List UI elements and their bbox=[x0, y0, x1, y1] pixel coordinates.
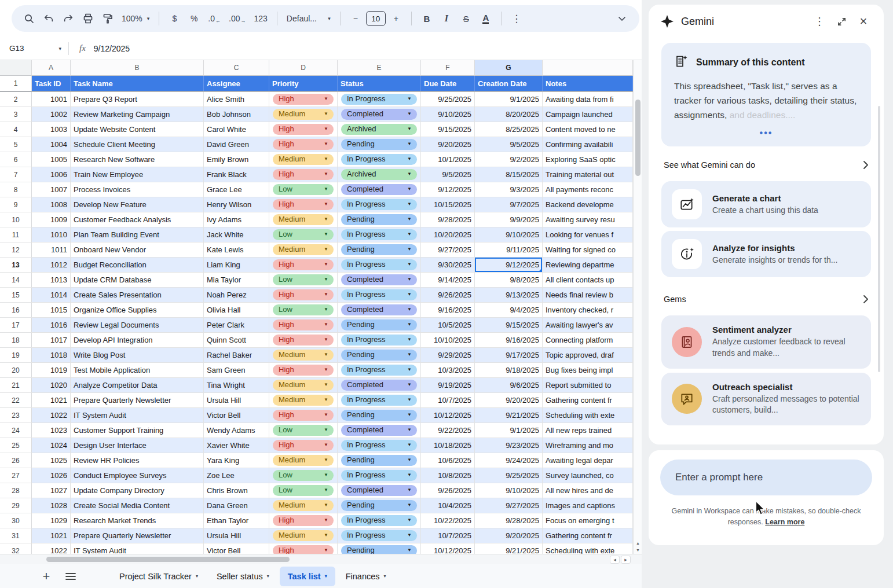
cell-created[interactable]: 9/1/2025 bbox=[475, 423, 543, 438]
cell-priority[interactable]: Low▼ bbox=[269, 303, 338, 317]
cell-assignee[interactable]: Ursula Hill bbox=[204, 528, 269, 543]
cell-status[interactable]: Pending▼ bbox=[338, 408, 421, 422]
status-chip[interactable]: In Progress▼ bbox=[341, 154, 417, 166]
cell-id[interactable]: 1004 bbox=[32, 137, 71, 152]
header-cell-assignee[interactable]: Assignee bbox=[204, 76, 269, 91]
format-currency-button[interactable]: $ bbox=[165, 9, 184, 28]
cell-task[interactable]: Write Blog Post bbox=[71, 348, 204, 362]
cell-created[interactable]: 9/17/2025 bbox=[475, 348, 543, 362]
cell-due[interactable]: 9/5/2025 bbox=[421, 167, 475, 182]
cell-task[interactable]: Review Legal Documents bbox=[71, 318, 204, 332]
close-icon[interactable]: × bbox=[854, 12, 873, 31]
cell-due[interactable]: 9/26/2025 bbox=[421, 483, 475, 498]
row-number[interactable]: 3 bbox=[0, 107, 32, 122]
cell-assignee[interactable]: Rachel Baker bbox=[204, 348, 269, 362]
sheet-tab-project-silk-tracker[interactable]: Project Silk Tracker▾ bbox=[111, 567, 206, 586]
scroll-right-icon[interactable]: ▸ bbox=[621, 556, 631, 564]
row-number[interactable]: 13 bbox=[0, 258, 32, 272]
cell-assignee[interactable]: Xavier White bbox=[204, 438, 269, 453]
cell-task[interactable]: Customer Feedback Analysis bbox=[71, 212, 204, 227]
cell-created[interactable]: 9/4/2025 bbox=[475, 303, 543, 317]
status-chip[interactable]: Archived▼ bbox=[341, 124, 417, 135]
cell-id[interactable]: 1009 bbox=[32, 212, 71, 227]
cell-due[interactable]: 10/15/2025 bbox=[421, 197, 475, 212]
cell-id[interactable]: 1024 bbox=[32, 438, 71, 453]
action-card-analyze-insights[interactable]: Analyze for insightsGenerate insights or… bbox=[661, 231, 871, 277]
cell-notes[interactable]: All new reps trained bbox=[543, 423, 633, 438]
cell-notes[interactable]: Gathering content fr bbox=[543, 393, 633, 407]
cell-due[interactable]: 9/16/2025 bbox=[421, 303, 475, 317]
cell-due[interactable]: 10/4/2025 bbox=[421, 498, 475, 513]
cell-task[interactable]: Organize Office Supplies bbox=[71, 303, 204, 317]
cell-created[interactable]: 9/9/2025 bbox=[475, 212, 543, 227]
cell-assignee[interactable]: Noah Perez bbox=[204, 288, 269, 302]
priority-chip[interactable]: Medium▼ bbox=[273, 455, 334, 466]
cell-id[interactable]: 1001 bbox=[32, 92, 71, 106]
cell-task[interactable]: Create Sales Presentation bbox=[71, 288, 204, 302]
cell-id[interactable]: 1021 bbox=[32, 393, 71, 407]
priority-chip[interactable]: Low▼ bbox=[273, 485, 334, 497]
cell-assignee[interactable]: Ethan Taylor bbox=[204, 513, 269, 528]
cell-notes[interactable]: Needs final review b bbox=[543, 288, 633, 302]
header-cell-due[interactable]: Due Date bbox=[421, 76, 475, 91]
cell-status[interactable]: Completed▼ bbox=[338, 182, 421, 197]
status-chip[interactable]: In Progress▼ bbox=[341, 530, 417, 542]
cell-status[interactable]: In Progress▼ bbox=[338, 333, 421, 347]
cell-assignee[interactable]: Chris Brown bbox=[204, 483, 269, 498]
cell-status[interactable]: In Progress▼ bbox=[338, 152, 421, 167]
vertical-scrollbar[interactable]: ▲ ▼ bbox=[633, 60, 642, 554]
status-chip[interactable]: Pending▼ bbox=[341, 500, 417, 512]
cell-priority[interactable]: High▼ bbox=[269, 543, 338, 554]
column-letter-A[interactable]: A bbox=[32, 60, 71, 76]
priority-chip[interactable]: High▼ bbox=[273, 94, 334, 105]
cell-assignee[interactable]: Bob Johnson bbox=[204, 107, 269, 122]
cell-priority[interactable]: Low▼ bbox=[269, 423, 338, 438]
format-percent-button[interactable]: % bbox=[185, 9, 203, 28]
status-chip[interactable]: In Progress▼ bbox=[341, 335, 417, 346]
cell-notes[interactable]: Looking for venues f bbox=[543, 227, 633, 242]
cell-task[interactable]: Prepare Q3 Report bbox=[71, 92, 204, 106]
cell-assignee[interactable]: Grace Lee bbox=[204, 182, 269, 197]
cell-status[interactable]: Pending▼ bbox=[338, 242, 421, 257]
cell-created[interactable]: 9/7/2025 bbox=[475, 197, 543, 212]
status-chip[interactable]: Pending▼ bbox=[341, 410, 417, 421]
cell-created[interactable]: 9/27/2025 bbox=[475, 498, 543, 513]
row-number[interactable]: 22 bbox=[0, 393, 32, 407]
cell-created[interactable]: 9/23/2025 bbox=[475, 438, 543, 453]
priority-chip[interactable]: Medium▼ bbox=[273, 350, 334, 361]
cell-due[interactable]: 10/8/2025 bbox=[421, 468, 475, 483]
row-number[interactable]: 19 bbox=[0, 348, 32, 362]
cell-due[interactable]: 10/20/2025 bbox=[421, 227, 475, 242]
prompt-input[interactable] bbox=[660, 460, 872, 495]
row-number[interactable]: 9 bbox=[0, 197, 32, 212]
status-chip[interactable]: Pending▼ bbox=[341, 545, 417, 554]
status-chip[interactable]: Completed▼ bbox=[341, 485, 417, 497]
status-chip[interactable]: Archived▼ bbox=[341, 169, 417, 181]
cell-id[interactable]: 1021 bbox=[32, 528, 71, 543]
cell-id[interactable]: 1007 bbox=[32, 182, 71, 197]
print-icon[interactable] bbox=[79, 9, 97, 28]
cell-task[interactable]: Develop API Integration bbox=[71, 333, 204, 347]
cell-created[interactable]: 9/21/2025 bbox=[475, 543, 543, 554]
paint-format-icon[interactable] bbox=[98, 9, 117, 28]
priority-chip[interactable]: High▼ bbox=[273, 319, 334, 331]
row-number[interactable]: 8 bbox=[0, 182, 32, 197]
select-all-corner[interactable] bbox=[0, 60, 32, 76]
priority-chip[interactable]: High▼ bbox=[273, 515, 334, 527]
cell-due[interactable]: 10/3/2025 bbox=[421, 363, 475, 377]
cell-id[interactable]: 1005 bbox=[32, 152, 71, 167]
cell-priority[interactable]: Medium▼ bbox=[269, 348, 338, 362]
cell-due[interactable]: 10/5/2025 bbox=[421, 318, 475, 332]
font-size-input[interactable]: 10 bbox=[366, 11, 386, 26]
cell-assignee[interactable]: Quinn Scott bbox=[204, 333, 269, 347]
cell-notes[interactable]: Waiting for signed co bbox=[543, 242, 633, 257]
decrease-font-size-button[interactable]: − bbox=[346, 9, 365, 28]
cell-notes[interactable]: All new hires and de bbox=[543, 483, 633, 498]
row-number[interactable]: 30 bbox=[0, 513, 32, 528]
sheet-tab-seller-status[interactable]: Seller status▾ bbox=[208, 567, 277, 586]
status-chip[interactable]: Pending▼ bbox=[341, 139, 417, 150]
row-number[interactable]: 15 bbox=[0, 288, 32, 302]
column-letter-C[interactable]: C bbox=[204, 60, 269, 76]
status-chip[interactable]: Pending▼ bbox=[341, 455, 417, 466]
cell-priority[interactable]: Medium▼ bbox=[269, 212, 338, 227]
